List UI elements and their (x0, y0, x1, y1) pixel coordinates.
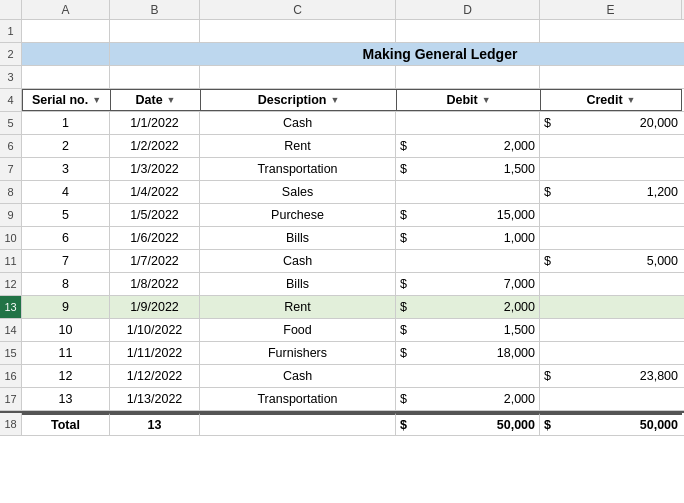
rownum-11: 11 (0, 250, 22, 272)
cell-8-debit (396, 181, 540, 203)
cell-9-date: 1/5/2022 (110, 204, 200, 226)
cell-12-desc: Bills (200, 273, 396, 295)
data-rows: 5 1 1/1/2022 Cash $20,000 6 2 1/2/2022 R… (0, 112, 684, 411)
rownum-4: 4 (0, 89, 22, 111)
cell-13-serial: 9 (22, 296, 110, 318)
total-debit: $ 50,000 (396, 413, 540, 435)
cell-15-desc: Furnishers (200, 342, 396, 364)
cell-7-date: 1/3/2022 (110, 158, 200, 180)
total-label: Total (22, 413, 110, 435)
total-desc (200, 413, 396, 435)
debit-sign-14: $ (400, 323, 410, 337)
total-count: 13 (110, 413, 200, 435)
debit-sign-9: $ (400, 208, 410, 222)
rownum-15: 15 (0, 342, 22, 364)
cell-16-credit: $23,800 (540, 365, 682, 387)
col-description-header[interactable]: Description ▼ (200, 89, 396, 111)
cell-17-desc: Transportation (200, 388, 396, 410)
col-debit-header[interactable]: Debit ▼ (396, 89, 540, 111)
debit-amount-10: 1,000 (412, 231, 535, 245)
cell-2-B (22, 43, 110, 65)
cell-5-serial: 1 (22, 112, 110, 134)
row-5: 5 1 1/1/2022 Cash $20,000 (0, 112, 684, 135)
col-serial-header[interactable]: Serial no. ▼ (22, 89, 110, 111)
corner-cell (0, 0, 22, 19)
cell-3-F (540, 66, 682, 88)
cell-16-serial: 12 (22, 365, 110, 387)
debit-sign-17: $ (400, 392, 410, 406)
rownum-14: 14 (0, 319, 22, 341)
cell-6-desc: Rent (200, 135, 396, 157)
date-filter-icon[interactable]: ▼ (167, 95, 176, 105)
cell-11-debit (396, 250, 540, 272)
credit-amount-8: 1,200 (556, 185, 678, 199)
rownum-2: 2 (0, 43, 22, 65)
cell-11-desc: Cash (200, 250, 396, 272)
row-6: 6 2 1/2/2022 Rent $2,000 (0, 135, 684, 158)
cell-14-desc: Food (200, 319, 396, 341)
cell-9-serial: 5 (22, 204, 110, 226)
row-14: 14 10 1/10/2022 Food $1,500 (0, 319, 684, 342)
description-header-label: Description (258, 93, 327, 107)
debit-sign-13: $ (400, 300, 410, 314)
debit-amount-13: 2,000 (412, 300, 535, 314)
cell-16-debit (396, 365, 540, 387)
row-17: 17 13 1/13/2022 Transportation $2,000 (0, 388, 684, 411)
row-2-title: 2 Making General Ledger (0, 43, 684, 66)
cell-3-E (396, 66, 540, 88)
rownum-7: 7 (0, 158, 22, 180)
col-header-A: A (22, 0, 110, 19)
cell-7-credit (540, 158, 682, 180)
cell-1-E (396, 20, 540, 42)
credit-sign-5: $ (544, 116, 554, 130)
credit-amount-11: 5,000 (556, 254, 678, 268)
cell-6-credit (540, 135, 682, 157)
rownum-6: 6 (0, 135, 22, 157)
total-credit-amount: 50,000 (556, 418, 678, 432)
cell-14-serial: 10 (22, 319, 110, 341)
cell-7-serial: 3 (22, 158, 110, 180)
serial-filter-icon[interactable]: ▼ (92, 95, 101, 105)
row-8: 8 4 1/4/2022 Sales $1,200 (0, 181, 684, 204)
debit-amount-12: 7,000 (412, 277, 535, 291)
cell-5-debit (396, 112, 540, 134)
rownum-8: 8 (0, 181, 22, 203)
cell-1-B (22, 20, 110, 42)
credit-amount-16: 23,800 (556, 369, 678, 383)
cell-12-credit (540, 273, 682, 295)
cell-8-serial: 4 (22, 181, 110, 203)
rownum-12: 12 (0, 273, 22, 295)
cell-3-D (200, 66, 396, 88)
description-filter-icon[interactable]: ▼ (330, 95, 339, 105)
rownum-10: 10 (0, 227, 22, 249)
rownum-17: 17 (0, 388, 22, 410)
cell-13-credit (540, 296, 682, 318)
serial-header-label: Serial no. (32, 93, 88, 107)
col-header-C: C (200, 0, 396, 19)
debit-filter-icon[interactable]: ▼ (482, 95, 491, 105)
credit-sign-8: $ (544, 185, 554, 199)
col-date-header[interactable]: Date ▼ (110, 89, 200, 111)
row-7: 7 3 1/3/2022 Transportation $1,500 (0, 158, 684, 181)
cell-13-date: 1/9/2022 (110, 296, 200, 318)
cell-5-credit: $20,000 (540, 112, 682, 134)
rownum-18: 18 (0, 413, 22, 435)
cell-6-serial: 2 (22, 135, 110, 157)
col-credit-header[interactable]: Credit ▼ (540, 89, 682, 111)
cell-8-credit: $1,200 (540, 181, 682, 203)
col-header-E: E (540, 0, 682, 19)
row-10: 10 6 1/6/2022 Bills $1,000 (0, 227, 684, 250)
cell-13-debit: $2,000 (396, 296, 540, 318)
credit-filter-icon[interactable]: ▼ (627, 95, 636, 105)
row-9: 9 5 1/5/2022 Purchese $15,000 (0, 204, 684, 227)
date-header-label: Date (135, 93, 162, 107)
debit-sign-12: $ (400, 277, 410, 291)
cell-14-debit: $1,500 (396, 319, 540, 341)
debit-amount-9: 15,000 (412, 208, 535, 222)
cell-1-C (110, 20, 200, 42)
cell-12-debit: $7,000 (396, 273, 540, 295)
row-3: 3 (0, 66, 684, 89)
cell-9-desc: Purchese (200, 204, 396, 226)
debit-sign-15: $ (400, 346, 410, 360)
cell-15-debit: $18,000 (396, 342, 540, 364)
